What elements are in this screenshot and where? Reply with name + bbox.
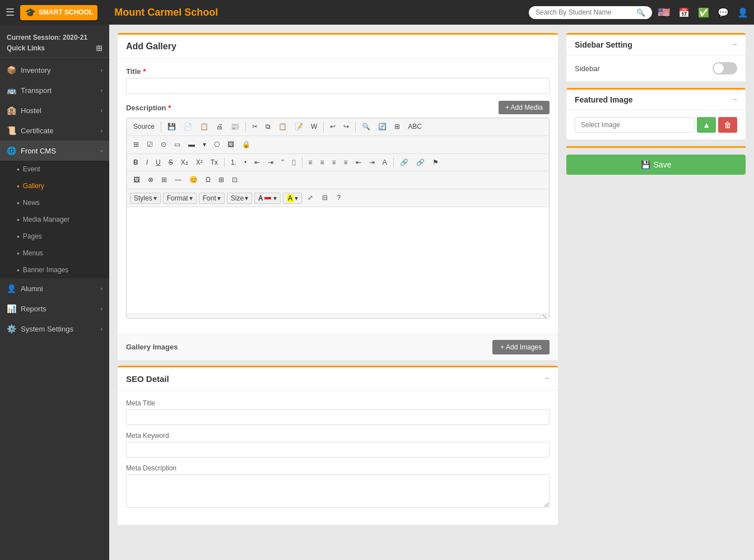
sidebar-item-transport[interactable]: 🚌 Transport › bbox=[0, 80, 109, 100]
grid-icon[interactable]: ⊞ bbox=[96, 44, 103, 53]
source-button[interactable]: Source bbox=[130, 120, 158, 133]
calendar-icon[interactable]: 📅 bbox=[678, 7, 690, 18]
blockquote-btn[interactable]: " bbox=[278, 156, 287, 169]
editor-resize-handle[interactable]: ⤡ bbox=[127, 314, 549, 318]
help-btn[interactable]: ? bbox=[333, 192, 344, 204]
rtl-btn[interactable]: ⇥ bbox=[366, 156, 378, 169]
font-dropdown[interactable]: Font ▾ bbox=[199, 193, 225, 204]
remove-format-btn[interactable]: Tx bbox=[207, 156, 221, 169]
check-icon[interactable]: ✅ bbox=[698, 7, 709, 18]
sidebar-subitem-gallery[interactable]: ● Gallery bbox=[0, 178, 109, 194]
image-form-btn[interactable]: 🖼 bbox=[224, 138, 238, 151]
select-btn[interactable]: ▾ bbox=[199, 138, 210, 151]
special-char-btn[interactable]: Ω bbox=[202, 174, 214, 186]
flash-btn[interactable]: ⊗ bbox=[145, 174, 157, 186]
sidebar-item-hostel[interactable]: 🏨 Hostel › bbox=[0, 100, 109, 120]
bg-color-dropdown[interactable]: A ▾ bbox=[283, 193, 302, 204]
ordered-list-btn[interactable]: 1. bbox=[227, 156, 240, 169]
save-button[interactable]: 💾 Save bbox=[566, 155, 746, 175]
maximize-btn[interactable]: ⤢ bbox=[304, 192, 317, 204]
sidebar-item-alumni[interactable]: 👤 Alumni › bbox=[0, 278, 109, 298]
button-form-btn[interactable]: ⎔ bbox=[211, 138, 223, 151]
featured-image-minimize-button[interactable]: − bbox=[732, 95, 737, 104]
save-doc-btn[interactable]: 💾 bbox=[164, 120, 179, 133]
add-media-button[interactable]: + Add Media bbox=[499, 101, 550, 114]
select-image-input[interactable] bbox=[575, 117, 695, 133]
preview-btn[interactable]: 📰 bbox=[227, 120, 243, 133]
textfield-btn[interactable]: ▭ bbox=[171, 138, 184, 151]
paste-word-btn[interactable]: W bbox=[308, 120, 320, 133]
indent-dec-btn[interactable]: ⇤ bbox=[251, 156, 263, 169]
align-left-btn[interactable]: ≡ bbox=[305, 156, 316, 169]
hr-btn[interactable]: — bbox=[171, 174, 185, 186]
font-color-dropdown[interactable]: A ▾ bbox=[254, 193, 281, 204]
meta-description-textarea[interactable] bbox=[126, 474, 550, 508]
bold-btn[interactable]: B bbox=[130, 156, 142, 169]
sidebar-subitem-media-manager[interactable]: ● Media Manager bbox=[0, 211, 109, 228]
iframe-btn[interactable]: ⊡ bbox=[229, 174, 241, 186]
hiddenfield-btn[interactable]: 🔒 bbox=[239, 138, 254, 151]
sidebar-subitem-menus[interactable]: ● Menus bbox=[0, 245, 109, 262]
user-icon[interactable]: 👤 bbox=[737, 7, 748, 18]
sidebar-subitem-banner-images[interactable]: ● Banner Images bbox=[0, 262, 109, 278]
creatediv-btn[interactable]: ⌷ bbox=[288, 156, 299, 169]
replace-btn[interactable]: 🔄 bbox=[375, 120, 390, 133]
pagebreak-btn[interactable]: ⊞ bbox=[215, 174, 227, 186]
search-input[interactable] bbox=[536, 8, 633, 16]
sidebar-subitem-news[interactable]: ● News bbox=[0, 194, 109, 211]
find-btn[interactable]: 🔍 bbox=[359, 120, 374, 133]
unlink-btn[interactable]: 🔗 bbox=[413, 156, 428, 169]
select-all-btn[interactable]: ⊞ bbox=[391, 120, 403, 133]
title-input[interactable] bbox=[126, 78, 550, 94]
meta-title-input[interactable] bbox=[126, 409, 550, 425]
smiley-btn[interactable]: 😊 bbox=[186, 174, 201, 186]
redo-btn[interactable]: ↪ bbox=[340, 120, 352, 133]
sidebar-setting-minimize-button[interactable]: − bbox=[732, 40, 737, 49]
featured-delete-button[interactable]: 🗑 bbox=[718, 117, 737, 133]
cut-btn[interactable]: ✂ bbox=[249, 120, 261, 133]
table-btn[interactable]: ⊞ bbox=[130, 138, 142, 151]
anchor-btn[interactable]: ⚑ bbox=[429, 156, 442, 169]
hamburger-icon[interactable]: ☰ bbox=[6, 6, 15, 18]
new-doc-btn[interactable]: 📄 bbox=[180, 120, 196, 133]
superscript-btn[interactable]: X² bbox=[193, 156, 206, 169]
sidebar-subitem-event[interactable]: ● Event bbox=[0, 161, 109, 178]
sidebar-item-certificate[interactable]: 📜 Certificate › bbox=[0, 120, 109, 141]
sidebar-toggle[interactable] bbox=[713, 62, 737, 74]
underline-btn[interactable]: U bbox=[152, 156, 164, 169]
checkbox-btn[interactable]: ☑ bbox=[143, 138, 156, 151]
whatsapp-icon[interactable]: 💬 bbox=[718, 7, 729, 18]
format-dropdown[interactable]: Format ▾ bbox=[163, 193, 197, 204]
undo-btn[interactable]: ↩ bbox=[327, 120, 339, 133]
indent-inc-btn[interactable]: ⇥ bbox=[264, 156, 277, 169]
align-center-btn[interactable]: ≡ bbox=[317, 156, 328, 169]
size-dropdown[interactable]: Size ▾ bbox=[227, 193, 252, 204]
paste-text-btn[interactable]: 📝 bbox=[291, 120, 306, 133]
sidebar-item-reports[interactable]: 📊 Reports › bbox=[0, 298, 109, 319]
sidebar-item-system-settings[interactable]: ⚙️ System Settings › bbox=[0, 319, 109, 339]
editor-content-area[interactable] bbox=[127, 207, 549, 314]
print-btn[interactable]: 🖨 bbox=[213, 120, 226, 133]
radio-btn[interactable]: ⊙ bbox=[157, 138, 170, 151]
meta-keyword-input[interactable] bbox=[126, 442, 550, 458]
textarea-btn[interactable]: ▬ bbox=[185, 138, 198, 151]
subscript-btn[interactable]: X₂ bbox=[178, 156, 192, 169]
align-right-btn[interactable]: ≡ bbox=[329, 156, 339, 169]
search-icon[interactable]: 🔍 bbox=[636, 8, 645, 17]
styles-dropdown[interactable]: Styles ▾ bbox=[130, 193, 161, 204]
spellcheck-btn[interactable]: ABC bbox=[404, 120, 425, 133]
insert-image-btn[interactable]: 🖼 bbox=[130, 174, 143, 186]
add-images-button[interactable]: + Add Images bbox=[492, 340, 550, 354]
unordered-list-btn[interactable]: • bbox=[241, 156, 250, 169]
ltr-btn[interactable]: ⇤ bbox=[352, 156, 365, 169]
paste-btn[interactable]: 📋 bbox=[275, 120, 290, 133]
templates-btn[interactable]: 📋 bbox=[197, 120, 212, 133]
sidebar-item-frontcms[interactable]: 🌐 Front CMS › bbox=[0, 141, 109, 161]
align-justify-btn[interactable]: ≡ bbox=[341, 156, 351, 169]
sidebar-subitem-pages[interactable]: ● Pages bbox=[0, 228, 109, 245]
featured-upload-button[interactable]: ▲ bbox=[697, 117, 716, 133]
strikethrough-btn[interactable]: S bbox=[165, 156, 176, 169]
link-btn[interactable]: 🔗 bbox=[397, 156, 412, 169]
seo-minimize-button[interactable]: − bbox=[544, 374, 550, 383]
show-blocks-btn[interactable]: ⊟ bbox=[319, 192, 331, 204]
